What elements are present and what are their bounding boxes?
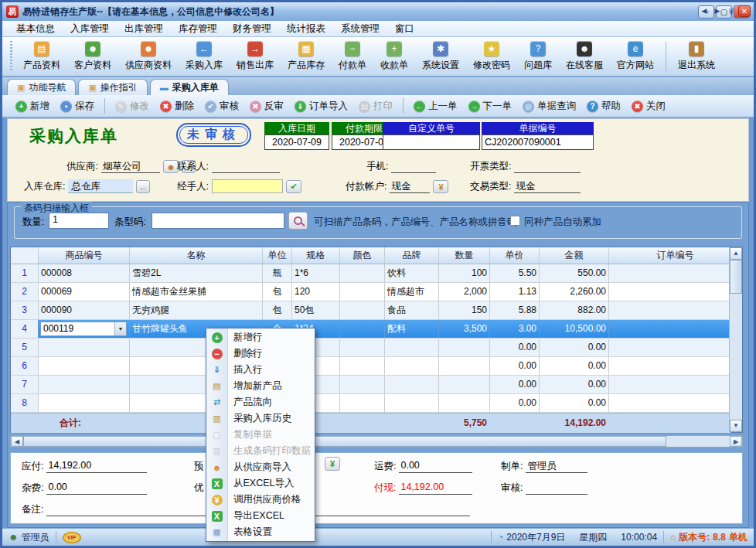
menu-add-row[interactable]: + 新增行 bbox=[206, 329, 315, 345]
tab-purchase-order[interactable]: ▬ 采购入库单 bbox=[150, 79, 229, 95]
menu-import-supplier[interactable]: ☻ 从供应商导入 bbox=[206, 459, 315, 475]
table-row[interactable]: 7 0.00 0.00 bbox=[11, 376, 730, 394]
menu-delete-row[interactable]: − 删除行 bbox=[206, 345, 315, 362]
menu-item[interactable]: 系统管理 bbox=[333, 21, 387, 37]
warehouse-field[interactable]: 总仓库 bbox=[68, 179, 133, 193]
menu-item[interactable]: 统计报表 bbox=[279, 21, 333, 37]
menu-item[interactable]: 库存管理 bbox=[171, 21, 225, 37]
cash-paid-field[interactable]: 14,192.00 bbox=[399, 482, 472, 495]
tab-guide[interactable]: ▣ 操作指引 bbox=[78, 79, 147, 95]
trade-type-field[interactable]: 现金 bbox=[514, 180, 581, 193]
table-row[interactable]: 8 0.00 0.00 bbox=[11, 394, 730, 413]
barcode-search-button[interactable] bbox=[288, 212, 308, 230]
table-row[interactable]: 5 0.00 0.00 bbox=[11, 339, 730, 357]
product-code-combobox[interactable]: 000119▼ bbox=[40, 322, 127, 336]
toolbar-receipt[interactable]: + 收款单 bbox=[373, 39, 415, 74]
docbar-query[interactable]: ◎ 单据查询 bbox=[519, 98, 580, 114]
menu-gen-barcode[interactable]: ▥ 生成条码打印数据 bbox=[206, 443, 315, 459]
menu-add-product[interactable]: ▤ 增加新产品 bbox=[206, 378, 315, 394]
date-value[interactable]: 2020-07-09 bbox=[264, 134, 329, 150]
handler-field[interactable] bbox=[212, 179, 283, 193]
toolbar-payment[interactable]: − 付款单 bbox=[332, 39, 373, 74]
menu-insert-row[interactable]: ⇓ 插入行 bbox=[206, 362, 315, 378]
tab-scroll-right-icon[interactable]: ▶ bbox=[712, 6, 723, 17]
table-row[interactable]: 1 000008 雪碧2L 瓶 1*6 饮料 100 5.50 550.00 bbox=[11, 264, 730, 283]
menu-copy-doc[interactable]: ▢ 复制单据 bbox=[206, 427, 315, 443]
docbar-close[interactable]: ✖ 关闭 bbox=[628, 98, 669, 114]
horizontal-scrollbar[interactable]: ◀ ▶ bbox=[10, 435, 743, 448]
col-amount[interactable]: 金额 bbox=[540, 247, 609, 264]
scroll-right-icon[interactable]: ▶ bbox=[730, 436, 742, 447]
toolbar-customers[interactable]: ☻ 客户资料 bbox=[67, 39, 118, 74]
docbar-next[interactable]: → 下一单 bbox=[465, 98, 516, 114]
col-order-no[interactable]: 订单编号 bbox=[609, 247, 742, 264]
tab-close-button[interactable]: ✕ bbox=[738, 5, 751, 17]
warehouse-select-button[interactable]: ← bbox=[136, 180, 150, 193]
menu-table-settings[interactable]: ▦ 表格设置 bbox=[206, 524, 315, 540]
misc-fee-field[interactable]: 0.00 bbox=[46, 482, 147, 495]
toolbar-sales-out[interactable]: → 销售出库 bbox=[230, 39, 281, 74]
menu-purchase-history[interactable]: ▥ 采购入库历史 bbox=[206, 410, 315, 427]
toolbar-website[interactable]: e 官方网站 bbox=[610, 39, 661, 74]
tab-list-icon[interactable]: ≫ bbox=[725, 6, 736, 17]
vertical-scrollbar[interactable]: ▲ ▼ bbox=[729, 247, 742, 432]
horizontal-scroll-thumb[interactable] bbox=[23, 436, 666, 447]
scroll-down-icon[interactable]: ▼ bbox=[730, 420, 742, 432]
col-qty[interactable]: 数量 bbox=[439, 247, 490, 264]
docbar-help[interactable]: ? 帮助 bbox=[583, 98, 625, 114]
toolbar-purchase-in[interactable]: ← 采购入库 bbox=[179, 39, 230, 74]
barcode-qty-input[interactable]: 1 bbox=[49, 213, 109, 229]
payable-field[interactable]: 14,192.00 bbox=[46, 460, 147, 473]
docbar-order-import[interactable]: ⇓ 订单导入 bbox=[291, 98, 352, 114]
menu-supplier-price[interactable]: ¥ 调用供应商价格 bbox=[206, 492, 315, 508]
col-name[interactable]: 名称 bbox=[130, 247, 263, 264]
barcode-code-input[interactable] bbox=[152, 213, 284, 229]
toolbar-password[interactable]: ★ 修改密码 bbox=[466, 39, 517, 74]
col-color[interactable]: 颜色 bbox=[340, 247, 385, 264]
table-row[interactable]: 4 000119000119▼ 甘竹牌罐头鱼 个 1*24 配料 3,500 3… bbox=[11, 320, 730, 339]
table-row[interactable]: 6 0.00 0.00 bbox=[11, 357, 730, 376]
docbar-unaudit[interactable]: ✖ 反审 bbox=[246, 98, 288, 114]
menu-item[interactable]: 出库管理 bbox=[117, 21, 171, 37]
docbar-save[interactable]: ▪ 保存 bbox=[56, 98, 98, 114]
menu-export-excel[interactable]: X 导出EXCEL bbox=[206, 508, 315, 524]
currency-button[interactable]: ¥ bbox=[325, 457, 340, 471]
tab-scroll-left-icon[interactable]: ◀ bbox=[699, 6, 710, 17]
scroll-up-icon[interactable]: ▲ bbox=[730, 247, 742, 260]
supplier-lookup-button[interactable]: ☻ bbox=[163, 160, 179, 173]
invoice-type-field[interactable] bbox=[514, 160, 581, 173]
pay-account-field[interactable]: 现金 bbox=[390, 180, 430, 193]
handler-select-button[interactable]: ✔ bbox=[286, 180, 301, 193]
table-row[interactable]: 2 000069 情感超市金丝果脯 包 120 情感超市 2,000 1.13 … bbox=[11, 283, 730, 301]
toolbar-suppliers[interactable]: ☻ 供应商资料 bbox=[118, 39, 179, 74]
toolbar-support[interactable]: ☻ 在线客服 bbox=[559, 39, 610, 74]
menu-item[interactable]: 入库管理 bbox=[63, 21, 117, 37]
docbar-prev[interactable]: ← 上一单 bbox=[410, 98, 461, 114]
menu-import-excel[interactable]: X 从EXCEL导入 bbox=[206, 475, 315, 492]
col-code[interactable]: 商品编号 bbox=[39, 247, 130, 264]
chevron-down-icon[interactable]: ▼ bbox=[114, 322, 126, 335]
menu-item[interactable]: 基本信息 bbox=[9, 21, 63, 37]
docbar-audit[interactable]: ✔ 审核 bbox=[201, 98, 243, 114]
freight-field[interactable]: 0.00 bbox=[399, 460, 472, 473]
toolbar-inventory[interactable]: ▦ 产品库存 bbox=[281, 39, 332, 74]
scroll-left-icon[interactable]: ◀ bbox=[11, 436, 23, 447]
tab-function-nav[interactable]: ▣ 功能导航 bbox=[7, 79, 76, 95]
menu-item[interactable]: 财务管理 bbox=[225, 21, 279, 37]
col-unit[interactable]: 单位 bbox=[263, 247, 292, 264]
menu-item[interactable]: 窗口 bbox=[387, 21, 422, 37]
docbar-edit[interactable]: ✎ 修改 bbox=[111, 98, 153, 114]
col-spec[interactable]: 规格 bbox=[292, 247, 340, 264]
menu-product-flow[interactable]: ⇄ 产品流向 bbox=[206, 394, 315, 410]
supplier-field[interactable]: 烟草公司 bbox=[101, 160, 160, 173]
mobile-field[interactable] bbox=[391, 160, 436, 173]
accumulate-checkbox[interactable] bbox=[510, 216, 520, 226]
toolbar-faq[interactable]: ? 问题库 bbox=[517, 39, 559, 74]
col-price[interactable]: 单价 bbox=[490, 247, 540, 264]
docbar-print[interactable]: ▤ 打印 bbox=[355, 98, 397, 114]
docbar-delete[interactable]: ✖ 删除 bbox=[156, 98, 198, 114]
doc-no-value[interactable]: CJ202007090001 bbox=[482, 134, 594, 150]
table-row[interactable]: 3 000090 无穷鸡腿 包 50包 食品 150 5.88 882.00 bbox=[11, 301, 730, 320]
custom-no-value[interactable] bbox=[383, 134, 480, 150]
docbar-add[interactable]: + 新增 bbox=[12, 98, 53, 114]
